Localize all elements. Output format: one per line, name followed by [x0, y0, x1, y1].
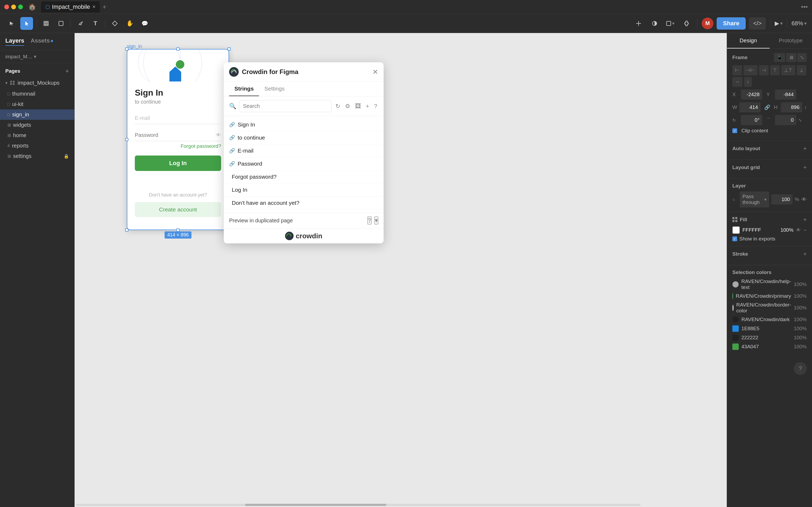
string-item-email[interactable]: 🔗 E-mail — [224, 144, 384, 157]
close-window-btn[interactable] — [4, 5, 9, 9]
lock-icon[interactable]: 🔗 — [764, 104, 770, 110]
string-item-create-acc[interactable]: Create account — [224, 210, 384, 213]
resize-handle-bl[interactable] — [125, 228, 128, 232]
user-avatar-btn[interactable]: M — [702, 17, 713, 29]
individual-corners-btn[interactable]: ⤡ — [798, 118, 802, 123]
align-center-h-btn[interactable]: ⊣⊢ — [744, 65, 757, 75]
hand-tool-btn[interactable]: ✋ — [123, 17, 136, 30]
filter-btn[interactable]: ⚙ — [344, 102, 351, 111]
text-tool-btn[interactable]: T — [89, 17, 102, 30]
align-top-btn[interactable]: ⊤ — [770, 65, 780, 75]
resize-handle-tl[interactable] — [125, 47, 128, 51]
add-auto-layout-btn[interactable]: + — [803, 145, 807, 152]
move-tool-btn[interactable] — [5, 17, 18, 30]
remove-fill-btn[interactable]: − — [804, 227, 807, 233]
color-222222-swatch[interactable] — [733, 334, 739, 341]
add-page-btn[interactable]: + — [65, 67, 69, 75]
visibility-toggle-btn[interactable]: 👁 — [801, 196, 807, 203]
primary-color-dot[interactable] — [733, 293, 733, 299]
grid-tool-btn[interactable] — [632, 17, 645, 30]
frame-desktop-btn[interactable]: 🖥 — [786, 53, 796, 62]
crowdin-search-input[interactable] — [239, 100, 332, 112]
assets-tab[interactable]: Assets — [31, 37, 53, 46]
create-account-btn[interactable]: Create account — [135, 202, 221, 217]
resize-handle-tm[interactable] — [176, 47, 179, 51]
crowdin-close-btn[interactable]: ✕ — [372, 68, 378, 76]
string-item-forgot-pw[interactable]: Forgot password? — [224, 170, 384, 183]
play-btn[interactable]: ▶▾ — [775, 20, 783, 27]
fill-visibility-btn[interactable]: 👁 — [796, 227, 801, 233]
add-layout-grid-btn[interactable]: + — [803, 164, 807, 171]
code-btn[interactable]: </> — [749, 17, 766, 30]
login-btn[interactable]: Log In — [135, 156, 221, 171]
help-circle-btn[interactable]: ? — [794, 362, 807, 375]
footer-expand-btn[interactable]: ▾ — [374, 217, 378, 224]
layer-opacity-input[interactable] — [771, 194, 793, 205]
refresh-btn[interactable]: ↻ — [334, 102, 341, 111]
x-input[interactable] — [741, 90, 762, 100]
y-input[interactable] — [775, 90, 796, 100]
blend-mode-select[interactable]: Pass through ▾ — [740, 191, 769, 208]
clip-content-checkbox[interactable]: ✓ — [733, 128, 737, 133]
string-item-password[interactable]: 🔗 Password — [224, 157, 384, 170]
frame-select-btn[interactable]: ▾ — [664, 17, 677, 30]
resize-handle-ml[interactable] — [125, 138, 128, 141]
plugin-btn[interactable] — [680, 17, 693, 30]
layer-item-reports[interactable]: # reports — [0, 140, 74, 151]
layers-tab[interactable]: Layers — [5, 37, 24, 46]
show-exports-checkbox[interactable]: ✓ — [733, 236, 737, 241]
distribute-v-btn[interactable]: ↕ — [744, 77, 752, 87]
canvas-scrollbar[interactable] — [74, 503, 642, 507]
share-btn[interactable]: Share — [717, 17, 746, 30]
help-text-color-dot[interactable] — [733, 281, 739, 288]
forgot-password-link[interactable]: Forgot password? — [135, 143, 221, 149]
frame-scale-btn[interactable]: ⤡ — [797, 53, 807, 62]
string-item-sign-in[interactable]: 🔗 Sign In — [224, 118, 384, 131]
home-icon[interactable]: 🏠 — [28, 3, 36, 11]
constrain-btn[interactable]: ↕ — [804, 105, 807, 110]
align-center-v-btn[interactable]: ⊥⊤ — [781, 65, 795, 75]
image-btn[interactable]: 🖼 — [354, 102, 362, 111]
color-43a047-swatch[interactable] — [733, 343, 739, 350]
fill-color-swatch[interactable] — [733, 226, 740, 234]
fill-opacity-value[interactable]: 100% — [780, 227, 794, 233]
email-field[interactable]: E-mail — [135, 112, 221, 124]
select-tool-btn[interactable] — [20, 17, 33, 30]
prototype-tab[interactable]: Prototype — [770, 33, 812, 49]
add-string-btn[interactable]: + — [365, 102, 370, 111]
canvas[interactable]: sign_in — [74, 33, 727, 507]
add-fill-btn[interactable]: + — [803, 216, 807, 223]
zoom-btn[interactable]: 68% ▾ — [792, 20, 807, 27]
h-input[interactable] — [781, 102, 802, 112]
scrollbar-thumb[interactable] — [245, 504, 386, 506]
dark-color-dot[interactable] — [733, 316, 739, 323]
frame-phone-btn[interactable]: 📱 — [774, 53, 785, 62]
add-stroke-btn[interactable]: + — [803, 250, 807, 258]
resize-handle-tr[interactable] — [227, 47, 231, 51]
w-input[interactable] — [739, 102, 761, 112]
footer-help-btn[interactable]: ? — [367, 217, 372, 224]
help-btn-crowdin[interactable]: ? — [373, 102, 378, 111]
eye-icon[interactable]: 👁 — [216, 132, 221, 138]
layer-item-ui-kit[interactable]: □ ui-kit — [0, 99, 74, 109]
crowdin-tab-settings[interactable]: Settings — [259, 82, 290, 96]
shapes-tool-btn[interactable] — [55, 17, 67, 30]
frame-tool-btn[interactable] — [40, 17, 52, 30]
align-right-btn[interactable]: ⊣ — [759, 65, 769, 75]
string-item-log-in[interactable]: Log In — [224, 183, 384, 196]
layer-item-settings[interactable]: ⊞ settings 🔒 — [0, 151, 74, 161]
string-item-dont-have[interactable]: Don't have an account yet? — [224, 196, 384, 210]
rotation-input[interactable] — [741, 115, 762, 125]
minimize-window-btn[interactable] — [11, 5, 16, 9]
distribute-h-btn[interactable]: ↔ — [733, 77, 743, 87]
password-input[interactable] — [135, 129, 216, 141]
layer-item-home[interactable]: ⊞ home — [0, 130, 74, 140]
comment-tool-btn[interactable]: 💬 — [138, 17, 151, 30]
components-tool-btn[interactable] — [108, 17, 121, 30]
pen-tool-btn[interactable] — [74, 17, 87, 30]
new-tab-btn[interactable]: + — [100, 2, 108, 12]
contrast-tool-btn[interactable] — [648, 17, 661, 30]
border-color-dot[interactable] — [733, 304, 734, 311]
color-1e88e5-swatch[interactable] — [733, 325, 739, 332]
fill-hex-value[interactable]: FFFFFF — [743, 227, 778, 233]
